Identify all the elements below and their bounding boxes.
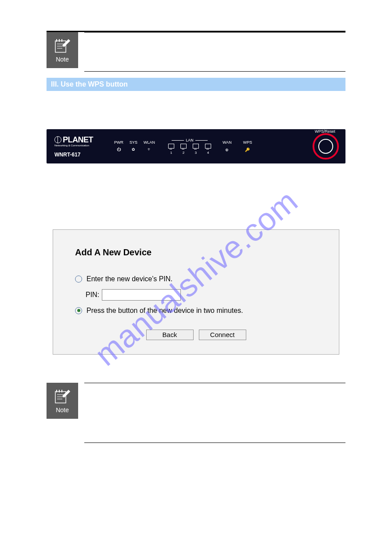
note-bottom-line: [84, 71, 345, 72]
wps-led: WPS🔑: [243, 140, 252, 153]
router-model: WNRT-617: [54, 152, 93, 157]
monitor-icon: [168, 144, 174, 149]
router-tagline: Networking & Communication: [54, 144, 93, 147]
monitor-icon: [205, 144, 211, 149]
option-push-row[interactable]: Press the button of the new device in tw…: [75, 307, 317, 315]
gear-icon: ✿: [130, 146, 137, 152]
router-brand: PLANET: [54, 136, 93, 144]
monitor-icon: [180, 144, 187, 149]
key-icon: 🔑: [245, 147, 251, 153]
option-pin-row[interactable]: Enter the new device's PIN.: [75, 275, 317, 283]
figure-caption-2: Figure 5-22 WPS-PBC: [47, 363, 345, 370]
notepad-pen-icon: [54, 388, 71, 405]
step-1-text: Step 1. Step 1. Press the WPS/Reset Butt…: [47, 100, 345, 121]
radio-unselected-icon[interactable]: [75, 276, 82, 283]
figure-caption-1: Figure 5-21 WPS-PBC: [47, 171, 345, 178]
svg-rect-5: [59, 39, 60, 42]
note-badge: Note: [47, 32, 78, 68]
led-pwr-sys-wlan: PWR⏻ SYS✿ WLANᯤ: [114, 140, 155, 152]
step-2-3-text: Step 2. Press and hold the WPS Button eq…: [47, 187, 345, 218]
note-badge: Note: [47, 383, 78, 419]
svg-rect-11: [56, 390, 57, 392]
note-block-2: Note 1. The WPS LED on the Router will l…: [47, 383, 345, 443]
back-button[interactable]: Back: [146, 330, 194, 340]
pin-input[interactable]: [102, 289, 181, 301]
globe-net-icon: ⊕: [224, 147, 230, 153]
globe-icon: [54, 136, 61, 143]
svg-rect-4: [56, 39, 57, 42]
highlight-ring-icon: [313, 133, 339, 160]
method-heading: III. Use the WPS button: [47, 78, 345, 91]
wan-led: WAN⊕: [223, 140, 232, 153]
pin-input-row: PIN:: [86, 289, 317, 301]
router-front-panel: PLANET Networking & Communication WNRT-6…: [47, 129, 345, 163]
dialog-title: Add A New Device: [75, 247, 317, 258]
note-bottom-line: [84, 443, 345, 443]
pin-label: PIN:: [86, 291, 99, 299]
svg-rect-6: [61, 39, 62, 42]
monitor-icon: [193, 144, 199, 149]
note-1-text: The WPS LED on the Router will light blu…: [84, 33, 345, 71]
note-2-text: 1. The WPS LED on the Router will light …: [84, 383, 345, 443]
note-label: Note: [56, 406, 69, 414]
svg-rect-13: [61, 390, 62, 392]
wifi-icon: ᯤ: [146, 146, 152, 152]
document-page: manualshive.com Note The WPS LED on the …: [0, 0, 392, 555]
connect-button[interactable]: Connect: [199, 330, 246, 340]
lan-led-group: LAN 1 2 3 4: [168, 138, 211, 155]
add-device-dialog: Add A New Device Enter the new device's …: [53, 229, 339, 355]
radio-selected-icon[interactable]: [75, 307, 82, 314]
power-icon: ⏻: [116, 146, 122, 152]
svg-rect-12: [59, 390, 60, 392]
note-block-1: Note The WPS LED on the Router will ligh…: [47, 32, 345, 72]
note-label: Note: [56, 56, 69, 63]
wps-reset-button[interactable]: WPS/Reset: [318, 139, 333, 154]
notepad-pen-icon: [54, 37, 71, 54]
